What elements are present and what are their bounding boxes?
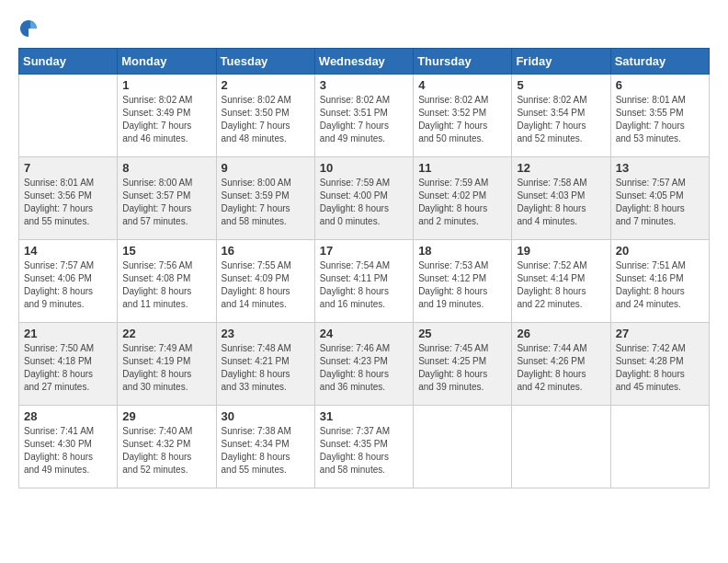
- day-info: Sunrise: 8:01 AMSunset: 3:56 PMDaylight:…: [24, 177, 112, 228]
- day-info: Sunrise: 7:51 AMSunset: 4:16 PMDaylight:…: [616, 259, 704, 311]
- calendar-table: SundayMondayTuesdayWednesdayThursdayFrid…: [18, 48, 710, 488]
- day-number: 9: [222, 161, 310, 175]
- calendar-day-cell: 21Sunrise: 7:50 AMSunset: 4:18 PMDayligh…: [19, 323, 118, 406]
- day-number: 28: [24, 409, 112, 423]
- day-info: Sunrise: 8:02 AMSunset: 3:54 PMDaylight:…: [517, 94, 605, 145]
- calendar-day-cell: 20Sunrise: 7:51 AMSunset: 4:16 PMDayligh…: [610, 240, 709, 323]
- day-number: 26: [517, 327, 605, 340]
- day-number: 31: [320, 409, 408, 423]
- day-info: Sunrise: 7:55 AMSunset: 4:09 PMDaylight:…: [222, 259, 310, 311]
- calendar-day-cell: 15Sunrise: 7:56 AMSunset: 4:08 PMDayligh…: [118, 240, 216, 323]
- day-number: 3: [320, 78, 408, 92]
- day-number: 18: [418, 244, 506, 258]
- day-info: Sunrise: 7:53 AMSunset: 4:12 PMDaylight:…: [418, 259, 506, 311]
- day-info: Sunrise: 7:46 AMSunset: 4:23 PMDaylight:…: [320, 342, 408, 394]
- day-info: Sunrise: 8:02 AMSunset: 3:52 PMDaylight:…: [418, 94, 506, 145]
- day-info: Sunrise: 7:59 AMSunset: 4:00 PMDaylight:…: [320, 177, 408, 228]
- day-of-week-header: Wednesday: [314, 49, 413, 75]
- calendar-day-cell: 5Sunrise: 8:02 AMSunset: 3:54 PMDaylight…: [512, 75, 610, 157]
- calendar-day-cell: 10Sunrise: 7:59 AMSunset: 4:00 PMDayligh…: [314, 157, 413, 240]
- day-number: 10: [320, 161, 408, 175]
- day-number: 22: [122, 327, 210, 340]
- day-number: 7: [24, 161, 112, 175]
- day-number: 17: [320, 244, 408, 258]
- calendar-week-row: 21Sunrise: 7:50 AMSunset: 4:18 PMDayligh…: [19, 323, 710, 406]
- day-number: 1: [122, 78, 210, 92]
- calendar-day-cell: 27Sunrise: 7:42 AMSunset: 4:28 PMDayligh…: [610, 323, 709, 406]
- day-of-week-header: Sunday: [19, 49, 118, 75]
- calendar-day-cell: 16Sunrise: 7:55 AMSunset: 4:09 PMDayligh…: [216, 240, 314, 323]
- day-number: 6: [616, 78, 704, 92]
- calendar-day-cell: 8Sunrise: 8:00 AMSunset: 3:57 PMDaylight…: [118, 157, 216, 240]
- day-number: 23: [222, 327, 310, 340]
- day-number: 19: [517, 244, 605, 258]
- day-info: Sunrise: 7:48 AMSunset: 4:21 PMDaylight:…: [222, 342, 310, 394]
- day-number: 13: [616, 161, 704, 175]
- day-number: 21: [24, 327, 112, 340]
- calendar-day-cell: 9Sunrise: 8:00 AMSunset: 3:59 PMDaylight…: [216, 157, 314, 240]
- calendar-day-cell: 31Sunrise: 7:37 AMSunset: 4:35 PMDayligh…: [314, 406, 413, 488]
- day-number: 4: [418, 78, 506, 92]
- day-number: 20: [616, 244, 704, 258]
- day-info: Sunrise: 7:42 AMSunset: 4:28 PMDaylight:…: [616, 342, 704, 394]
- calendar-day-cell: 29Sunrise: 7:40 AMSunset: 4:32 PMDayligh…: [118, 406, 216, 488]
- calendar-day-cell: 18Sunrise: 7:53 AMSunset: 4:12 PMDayligh…: [414, 240, 512, 323]
- day-info: Sunrise: 7:52 AMSunset: 4:14 PMDaylight:…: [517, 259, 605, 311]
- day-info: Sunrise: 7:50 AMSunset: 4:18 PMDaylight:…: [24, 342, 112, 394]
- calendar-day-cell: 30Sunrise: 7:38 AMSunset: 4:34 PMDayligh…: [216, 406, 314, 488]
- calendar-day-cell: 13Sunrise: 7:57 AMSunset: 4:05 PMDayligh…: [610, 157, 709, 240]
- calendar-day-cell: 24Sunrise: 7:46 AMSunset: 4:23 PMDayligh…: [314, 323, 413, 406]
- logo-icon: [18, 18, 39, 39]
- calendar-week-row: 28Sunrise: 7:41 AMSunset: 4:30 PMDayligh…: [19, 406, 710, 488]
- calendar-header-row: SundayMondayTuesdayWednesdayThursdayFrid…: [19, 49, 710, 75]
- day-info: Sunrise: 8:02 AMSunset: 3:49 PMDaylight:…: [122, 94, 210, 145]
- day-number: 12: [517, 161, 605, 175]
- calendar-day-cell: 28Sunrise: 7:41 AMSunset: 4:30 PMDayligh…: [19, 406, 118, 488]
- calendar-day-cell: 1Sunrise: 8:02 AMSunset: 3:49 PMDaylight…: [118, 75, 216, 157]
- day-info: Sunrise: 7:57 AMSunset: 4:06 PMDaylight:…: [24, 259, 112, 311]
- calendar-day-cell: 11Sunrise: 7:59 AMSunset: 4:02 PMDayligh…: [414, 157, 512, 240]
- day-info: Sunrise: 8:02 AMSunset: 3:50 PMDaylight:…: [222, 94, 310, 145]
- day-number: 16: [222, 244, 310, 258]
- day-info: Sunrise: 7:37 AMSunset: 4:35 PMDaylight:…: [320, 425, 408, 477]
- day-of-week-header: Saturday: [610, 49, 709, 75]
- day-info: Sunrise: 7:54 AMSunset: 4:11 PMDaylight:…: [320, 259, 408, 311]
- day-info: Sunrise: 8:01 AMSunset: 3:55 PMDaylight:…: [616, 94, 704, 145]
- day-info: Sunrise: 7:38 AMSunset: 4:34 PMDaylight:…: [222, 425, 310, 477]
- day-info: Sunrise: 7:59 AMSunset: 4:02 PMDaylight:…: [418, 177, 506, 228]
- calendar-day-cell: 25Sunrise: 7:45 AMSunset: 4:25 PMDayligh…: [414, 323, 512, 406]
- day-number: 27: [616, 327, 704, 340]
- calendar-day-cell: 2Sunrise: 8:02 AMSunset: 3:50 PMDaylight…: [216, 75, 314, 157]
- day-info: Sunrise: 7:57 AMSunset: 4:05 PMDaylight:…: [616, 177, 704, 228]
- day-of-week-header: Friday: [512, 49, 610, 75]
- calendar-day-cell: [19, 75, 118, 157]
- day-number: 2: [222, 78, 310, 92]
- calendar-day-cell: 26Sunrise: 7:44 AMSunset: 4:26 PMDayligh…: [512, 323, 610, 406]
- day-info: Sunrise: 7:45 AMSunset: 4:25 PMDaylight:…: [418, 342, 506, 394]
- day-number: 25: [418, 327, 506, 340]
- calendar-week-row: 14Sunrise: 7:57 AMSunset: 4:06 PMDayligh…: [19, 240, 710, 323]
- day-number: 5: [517, 78, 605, 92]
- day-of-week-header: Thursday: [414, 49, 512, 75]
- calendar-day-cell: 19Sunrise: 7:52 AMSunset: 4:14 PMDayligh…: [512, 240, 610, 323]
- calendar-day-cell: 22Sunrise: 7:49 AMSunset: 4:19 PMDayligh…: [118, 323, 216, 406]
- day-info: Sunrise: 7:56 AMSunset: 4:08 PMDaylight:…: [122, 259, 210, 311]
- day-number: 30: [222, 409, 310, 423]
- calendar-week-row: 1Sunrise: 8:02 AMSunset: 3:49 PMDaylight…: [19, 75, 710, 157]
- day-number: 8: [122, 161, 210, 175]
- day-of-week-header: Monday: [118, 49, 216, 75]
- calendar-day-cell: [610, 406, 709, 488]
- day-of-week-header: Tuesday: [216, 49, 314, 75]
- day-number: 11: [418, 161, 506, 175]
- day-info: Sunrise: 7:49 AMSunset: 4:19 PMDaylight:…: [122, 342, 210, 394]
- day-info: Sunrise: 7:41 AMSunset: 4:30 PMDaylight:…: [24, 425, 112, 477]
- calendar-day-cell: 6Sunrise: 8:01 AMSunset: 3:55 PMDaylight…: [610, 75, 709, 157]
- day-number: 15: [122, 244, 210, 258]
- day-number: 29: [122, 409, 210, 423]
- day-info: Sunrise: 8:00 AMSunset: 3:57 PMDaylight:…: [122, 177, 210, 228]
- page-header: [18, 18, 710, 39]
- calendar-day-cell: 23Sunrise: 7:48 AMSunset: 4:21 PMDayligh…: [216, 323, 314, 406]
- day-info: Sunrise: 7:58 AMSunset: 4:03 PMDaylight:…: [517, 177, 605, 228]
- day-number: 14: [24, 244, 112, 258]
- logo: [18, 18, 42, 39]
